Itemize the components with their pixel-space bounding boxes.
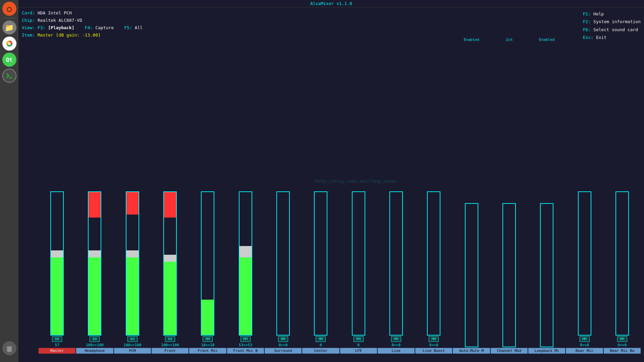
files-icon[interactable]: 📁 — [2, 20, 16, 35]
chrome-icon[interactable] — [2, 37, 16, 51]
separator — [3, 18, 15, 18]
taskbar-left: ◯ 📁 Qt — [0, 0, 18, 362]
channel-status: 2ch — [506, 38, 513, 42]
channel-db: 18<>18 — [201, 343, 215, 347]
app-title: AlsaMixer v1.1.0 — [310, 1, 352, 6]
channel-center: MM 0 Center — [302, 37, 339, 354]
chip-label: Chip: — [22, 18, 35, 23]
fader-area — [227, 37, 264, 336]
trash-icon[interactable] — [2, 341, 16, 355]
channel-name-label[interactable]: Front Mic — [189, 348, 226, 354]
channel-name-label[interactable]: Rear Mic Bo — [604, 348, 641, 354]
fader-area — [604, 37, 641, 336]
channel-name-label[interactable]: PCM — [114, 348, 151, 354]
fader-track[interactable] — [50, 191, 64, 336]
fader-area — [378, 37, 415, 336]
card-label: Card: — [22, 10, 35, 15]
fader-track[interactable] — [615, 191, 629, 336]
qt-icon[interactable]: Qt — [2, 53, 16, 67]
fader-track[interactable] — [578, 191, 591, 336]
view-f4: F4: — [85, 25, 93, 30]
channel-db: 0<>0 — [392, 343, 401, 347]
channel-value: MM — [354, 336, 364, 342]
fader-track[interactable] — [502, 203, 516, 347]
fader-area — [189, 37, 226, 336]
channel-db: 100<>100 — [123, 343, 141, 347]
fader-track[interactable] — [126, 191, 139, 336]
ubuntu-icon[interactable]: ◯ — [2, 2, 16, 16]
view-f5: F5: — [124, 25, 132, 30]
fader-area — [528, 42, 565, 347]
fader-track[interactable] — [314, 191, 327, 336]
channel-value: 00 — [127, 336, 138, 342]
channel-headphone: 00 100<>100 Headphone — [76, 37, 113, 354]
fader-area — [302, 37, 339, 336]
channel-db: 53<>53 — [239, 343, 252, 347]
channel-name-label[interactable]: Master — [39, 348, 75, 354]
channel-db: 57 — [55, 343, 59, 347]
view-capture: Capture — [95, 25, 114, 30]
view-all: All — [135, 25, 143, 30]
channel-name-label[interactable]: Loopback Mi — [528, 348, 565, 354]
channel-name-label[interactable]: Auto-Mute M — [453, 348, 490, 354]
channel-name-label[interactable]: Channel Mod — [491, 348, 528, 354]
channel-name-label[interactable]: Line — [378, 348, 415, 354]
channel-name-label[interactable]: Center — [302, 348, 339, 354]
channel-front: 00 100<>100 Front — [152, 37, 189, 354]
fader-area — [566, 37, 603, 336]
terminal-icon[interactable] — [2, 69, 16, 83]
channels-container: 00 57 Master 00 100<>100 Headphone 00 10… — [39, 37, 641, 355]
channel-name-label[interactable]: Headphone — [76, 348, 113, 354]
channel-status: Enabled — [464, 38, 479, 42]
fader-track[interactable] — [201, 191, 214, 336]
main-area: AlsaMixer v1.1.0 Card: HDA Intel PCH Chi… — [18, 0, 644, 362]
channel-db: 0 — [357, 343, 360, 347]
channel-db: 0<>0 — [429, 343, 438, 347]
fader-area — [491, 42, 528, 347]
channel-line-boost: MM 0<>0 Line Boost — [415, 37, 452, 354]
item-label: Item: — [22, 33, 35, 38]
f2-key: F2: — [583, 19, 591, 24]
svg-rect-5 — [8, 346, 11, 347]
f2-desc: System information — [593, 19, 641, 24]
fader-track[interactable] — [540, 203, 553, 347]
f1-desc: Help — [593, 11, 604, 16]
channel-front-mic: MM 18<>18 Front Mic — [189, 37, 226, 354]
fader-area — [265, 37, 302, 336]
channel-name-label[interactable]: Surround — [265, 348, 302, 354]
view-playback: [Playback] — [48, 25, 74, 30]
fader-track[interactable] — [352, 191, 365, 336]
channel-rear-mic: MM 0<>0 Rear Mic — [566, 37, 603, 354]
channel-value: MM — [617, 336, 627, 342]
channel-line: MM 0<>0 Line — [378, 37, 415, 354]
fader-track[interactable] — [427, 191, 440, 336]
channel-pcm: 00 100<>100 PCM — [114, 37, 151, 354]
channel-name-label[interactable]: Front — [152, 348, 189, 354]
f6-desc: Select sound card — [593, 27, 638, 32]
fader-track[interactable] — [239, 191, 252, 336]
channel-value: 00 — [52, 336, 62, 342]
fader-track[interactable] — [389, 191, 403, 336]
fader-track[interactable] — [465, 203, 478, 347]
channel-value: 00 — [90, 336, 100, 342]
fader-area — [114, 37, 151, 336]
fader-area — [453, 42, 490, 347]
channel-name-label[interactable]: LFE — [340, 348, 377, 354]
channel-name-label[interactable]: Line Boost — [415, 348, 452, 354]
channel-value: 00 — [165, 336, 175, 342]
view-f3: F3: — [38, 25, 45, 30]
channel-status: Enabled — [539, 38, 554, 42]
channel-name-label[interactable]: Rear Mic — [566, 348, 603, 354]
fader-track[interactable] — [276, 191, 290, 336]
channel-value: MM — [203, 336, 213, 342]
channel-value: MM — [429, 336, 439, 342]
channel-name-label[interactable]: Front Mic B — [227, 348, 264, 354]
fader-track[interactable] — [163, 191, 177, 336]
card-value: HDA Intel PCH — [38, 10, 72, 15]
info-area: Card: HDA Intel PCH Chip: Realtek ALC887… — [18, 7, 644, 41]
channel-lfe: MM 0 LFE — [340, 37, 377, 354]
channel-front-mic-b: MM 53<>53 Front Mic B — [227, 37, 264, 354]
channel-master: 00 57 Master — [39, 37, 75, 354]
chip-value: Realtek ALC887-VD — [38, 18, 82, 23]
fader-track[interactable] — [88, 191, 101, 336]
